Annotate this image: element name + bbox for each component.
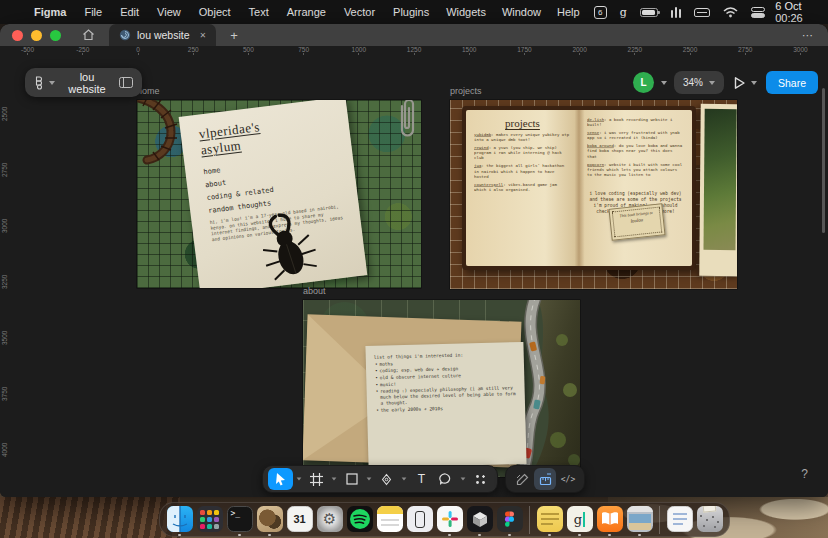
close-tab-icon[interactable]: ✕ <box>200 31 207 40</box>
menu-item[interactable]: Vector <box>335 6 384 18</box>
frame-label-projects[interactable]: projects <box>450 86 482 96</box>
dock-stickies[interactable] <box>536 506 563 536</box>
dock-launchpad[interactable] <box>196 506 223 532</box>
pen-tool-chevron[interactable] <box>399 477 409 481</box>
help-button[interactable]: ? <box>801 467 808 481</box>
menu-item[interactable]: File <box>75 6 111 18</box>
menu-item[interactable]: Help <box>549 6 588 18</box>
dock-artwork-app[interactable] <box>256 506 283 536</box>
menu-bar-right: WidgetsWindowHelp 6 g 6 Oct 00:26 <box>438 0 828 24</box>
actions-button[interactable] <box>469 468 492 490</box>
dock-slack[interactable] <box>436 506 463 536</box>
projects-heading: projects <box>474 117 571 129</box>
figma-logo-icon[interactable] <box>34 76 44 90</box>
calendar-badge-icon[interactable]: 6 <box>594 6 607 19</box>
document-icon <box>667 506 693 532</box>
grammarly-icon[interactable]: g <box>620 6 627 19</box>
close-window-button[interactable] <box>12 30 23 41</box>
dock-calendar[interactable]: 31 <box>286 506 313 532</box>
toggle-sidebar-icon[interactable] <box>119 77 133 88</box>
menu-item[interactable]: Widgets <box>438 6 494 18</box>
frame-home[interactable]: vlperidae's asylum homeaboutcoding & rel… <box>137 100 421 288</box>
shape-tool-chevron[interactable] <box>364 477 374 481</box>
menu-item[interactable]: Plugins <box>384 6 438 18</box>
vertical-ruler[interactable]: 2500275030003250350037504000 <box>0 86 9 478</box>
menu-item[interactable]: Edit <box>111 6 148 18</box>
dock-terminal[interactable]: >_ <box>226 506 253 536</box>
ruler-tick: 0 <box>110 46 165 55</box>
dock-iphone-mirroring[interactable] <box>406 506 433 532</box>
dock-trash[interactable] <box>696 506 723 532</box>
running-indicator <box>268 534 271 537</box>
menu-item[interactable]: Arrange <box>278 6 335 18</box>
present-chevron-icon[interactable] <box>751 81 757 85</box>
ruler-tick: 750 <box>276 46 331 55</box>
play-icon[interactable] <box>733 76 746 90</box>
menubar-utility-icon-2[interactable] <box>694 8 710 17</box>
menu-item[interactable]: Object <box>190 6 240 18</box>
frame-label-about[interactable]: about <box>303 286 326 296</box>
pen-icon <box>380 473 393 486</box>
text-tool-button[interactable]: T <box>410 468 433 490</box>
frame-about[interactable]: list of things i'm interested in: mothsc… <box>303 300 580 477</box>
shape-tool-button[interactable] <box>340 468 363 490</box>
share-button[interactable]: Share <box>766 71 818 94</box>
about-list: list of things i'm interested in: mothsc… <box>374 351 517 413</box>
wifi-icon[interactable] <box>723 7 738 18</box>
dock-spotify[interactable] <box>346 506 373 532</box>
running-indicator <box>238 534 241 537</box>
ruler-tick: -250 <box>55 46 110 55</box>
menubar-utility-icon[interactable] <box>671 7 682 18</box>
frame-tool-button[interactable] <box>305 468 328 490</box>
figma-app-icon <box>497 506 523 532</box>
menu-bar-clock[interactable]: 6 Oct 00:26 <box>775 0 816 24</box>
dock-grammarly[interactable]: g <box>566 506 593 536</box>
window-tab-bar: lou website ✕ + ⋯ <box>0 24 828 46</box>
comment-tool-button[interactable] <box>434 468 457 490</box>
dock-preview-window[interactable] <box>626 506 653 536</box>
measure-tool-button[interactable] <box>534 468 556 490</box>
move-tool-chevron[interactable] <box>294 477 304 481</box>
project-entries-right: de.lish: a book recording website i buil… <box>587 117 684 178</box>
menu-item[interactable]: View <box>148 6 190 18</box>
control-center-icon[interactable] <box>751 7 765 18</box>
pen-tool-button[interactable] <box>375 468 398 490</box>
cursor-icon <box>274 472 287 486</box>
frame-projects[interactable]: projects yubidmb: makes every unique yub… <box>450 100 737 289</box>
dev-mode-button[interactable]: </> <box>557 468 579 490</box>
zoom-window-button[interactable] <box>50 30 61 41</box>
menu-item[interactable]: Figma <box>18 6 75 18</box>
vertical-scrollbar[interactable] <box>822 88 825 233</box>
figma-canvas[interactable]: home vlperidae's asylum homeaboutcoding … <box>0 46 828 497</box>
tab-overflow-button[interactable]: ⋯ <box>802 29 814 42</box>
comment-tool-chevron[interactable] <box>458 477 468 481</box>
dock-notes[interactable] <box>376 506 403 532</box>
zoom-level: 34% <box>683 77 703 88</box>
horizontal-ruler[interactable]: -500-25002505007501000125015001750200022… <box>0 46 828 55</box>
dock-figma[interactable] <box>496 506 523 536</box>
move-tool-button[interactable] <box>268 468 293 490</box>
home-tab-button[interactable] <box>75 24 101 46</box>
dock-settings[interactable]: ⚙ <box>316 506 343 532</box>
ruler-tick: 3000 <box>773 46 828 55</box>
minimize-window-button[interactable] <box>31 30 42 41</box>
menu-item[interactable]: Window <box>494 6 549 18</box>
zoom-menu[interactable]: 34% <box>674 71 724 94</box>
ruler-tick: 2500 <box>662 46 717 55</box>
dock-finder[interactable] <box>166 506 193 536</box>
annotate-tool-button[interactable] <box>511 468 533 490</box>
menu-item[interactable]: Text <box>240 6 278 18</box>
chevron-down-icon[interactable] <box>49 81 55 85</box>
avatar[interactable]: L <box>633 72 654 93</box>
dock-document[interactable] <box>666 506 693 532</box>
measure-icon <box>539 473 552 486</box>
avatar-chevron-icon[interactable] <box>661 81 667 85</box>
battery-icon[interactable] <box>640 8 658 17</box>
dock-books[interactable] <box>596 506 623 536</box>
tab-lou-website[interactable]: lou website ✕ <box>109 24 216 46</box>
file-name[interactable]: lou website <box>60 71 114 95</box>
new-tab-button[interactable]: + <box>230 28 238 43</box>
frame-tool-chevron[interactable] <box>329 477 339 481</box>
iphone-mirroring-icon <box>407 506 433 532</box>
dock-cube-app[interactable] <box>466 506 493 536</box>
